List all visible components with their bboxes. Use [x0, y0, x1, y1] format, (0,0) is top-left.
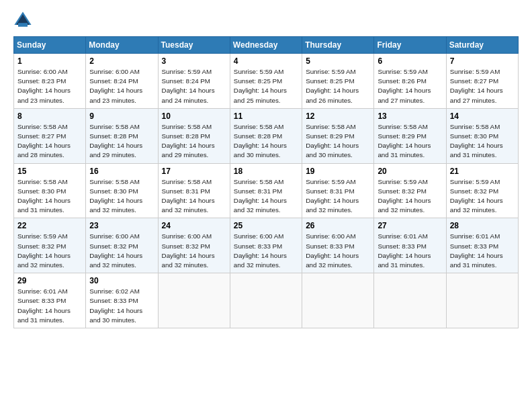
day-info: Sunrise: 6:00 AM Sunset: 8:33 PM Dayligh…	[306, 232, 370, 270]
day-number: 5	[306, 56, 370, 66]
calendar-cell	[302, 273, 374, 328]
day-info: Sunrise: 6:00 AM Sunset: 8:32 PM Dayligh…	[162, 232, 226, 270]
calendar-cell	[374, 273, 446, 328]
day-info: Sunrise: 5:59 AM Sunset: 8:25 PM Dayligh…	[306, 67, 370, 105]
day-info: Sunrise: 5:59 AM Sunset: 8:31 PM Dayligh…	[306, 177, 370, 216]
weekday-header-saturday: Saturday	[446, 37, 518, 54]
day-info: Sunrise: 5:58 AM Sunset: 8:28 PM Dayligh…	[234, 122, 298, 161]
day-number: 16	[89, 167, 154, 176]
day-number: 7	[450, 56, 515, 66]
weekday-row: SundayMondayTuesdayWednesdayThursdayFrid…	[14, 37, 519, 54]
svg-rect-2	[18, 23, 28, 27]
calendar-cell: 11Sunrise: 5:58 AM Sunset: 8:28 PM Dayli…	[230, 108, 302, 163]
weekday-header-wednesday: Wednesday	[230, 37, 302, 54]
day-number: 23	[89, 221, 154, 230]
calendar-cell: 14Sunrise: 5:58 AM Sunset: 8:30 PM Dayli…	[446, 108, 518, 163]
calendar: SundayMondayTuesdayWednesdayThursdayFrid…	[13, 36, 519, 328]
day-number: 18	[234, 167, 298, 176]
day-number: 3	[162, 56, 226, 66]
day-info: Sunrise: 5:58 AM Sunset: 8:30 PM Dayligh…	[450, 122, 515, 161]
day-info: Sunrise: 6:00 AM Sunset: 8:33 PM Dayligh…	[234, 232, 298, 270]
calendar-cell: 2Sunrise: 6:00 AM Sunset: 8:24 PM Daylig…	[86, 54, 158, 109]
calendar-cell: 15Sunrise: 5:58 AM Sunset: 8:30 PM Dayli…	[14, 163, 86, 218]
day-info: Sunrise: 6:02 AM Sunset: 8:33 PM Dayligh…	[89, 287, 154, 325]
calendar-cell: 17Sunrise: 5:58 AM Sunset: 8:31 PM Dayli…	[158, 163, 230, 218]
calendar-cell: 24Sunrise: 6:00 AM Sunset: 8:32 PM Dayli…	[158, 218, 230, 273]
day-number: 20	[378, 167, 442, 176]
weekday-header-tuesday: Tuesday	[158, 37, 230, 54]
calendar-cell: 16Sunrise: 5:58 AM Sunset: 8:30 PM Dayli…	[86, 163, 158, 218]
day-info: Sunrise: 5:58 AM Sunset: 8:30 PM Dayligh…	[17, 177, 82, 216]
day-number: 13	[378, 111, 442, 121]
calendar-cell: 12Sunrise: 5:58 AM Sunset: 8:29 PM Dayli…	[302, 108, 374, 163]
weekday-header-monday: Monday	[86, 37, 158, 54]
day-info: Sunrise: 5:58 AM Sunset: 8:28 PM Dayligh…	[162, 122, 226, 161]
day-number: 6	[378, 56, 442, 66]
calendar-cell	[446, 273, 518, 328]
calendar-cell: 7Sunrise: 5:59 AM Sunset: 8:27 PM Daylig…	[446, 54, 518, 109]
day-info: Sunrise: 6:01 AM Sunset: 8:33 PM Dayligh…	[450, 232, 515, 270]
day-info: Sunrise: 5:59 AM Sunset: 8:26 PM Dayligh…	[378, 67, 442, 105]
calendar-cell	[230, 273, 302, 328]
week-row-3: 15Sunrise: 5:58 AM Sunset: 8:30 PM Dayli…	[14, 163, 519, 218]
day-info: Sunrise: 5:59 AM Sunset: 8:27 PM Dayligh…	[450, 67, 515, 105]
day-info: Sunrise: 5:59 AM Sunset: 8:32 PM Dayligh…	[17, 232, 82, 270]
day-number: 11	[234, 111, 298, 121]
calendar-cell: 13Sunrise: 5:58 AM Sunset: 8:29 PM Dayli…	[374, 108, 446, 163]
calendar-cell: 28Sunrise: 6:01 AM Sunset: 8:33 PM Dayli…	[446, 218, 518, 273]
day-info: Sunrise: 6:00 AM Sunset: 8:24 PM Dayligh…	[89, 67, 154, 105]
weekday-header-thursday: Thursday	[302, 37, 374, 54]
calendar-cell: 29Sunrise: 6:01 AM Sunset: 8:33 PM Dayli…	[14, 273, 86, 328]
calendar-cell: 30Sunrise: 6:02 AM Sunset: 8:33 PM Dayli…	[86, 273, 158, 328]
calendar-cell: 10Sunrise: 5:58 AM Sunset: 8:28 PM Dayli…	[158, 108, 230, 163]
weekday-header-sunday: Sunday	[14, 37, 86, 54]
calendar-cell: 4Sunrise: 5:59 AM Sunset: 8:25 PM Daylig…	[230, 54, 302, 109]
day-number: 22	[17, 221, 82, 230]
week-row-5: 29Sunrise: 6:01 AM Sunset: 8:33 PM Dayli…	[14, 273, 519, 328]
calendar-cell: 21Sunrise: 5:59 AM Sunset: 8:32 PM Dayli…	[446, 163, 518, 218]
calendar-cell: 27Sunrise: 6:01 AM Sunset: 8:33 PM Dayli…	[374, 218, 446, 273]
calendar-cell: 5Sunrise: 5:59 AM Sunset: 8:25 PM Daylig…	[302, 54, 374, 109]
day-info: Sunrise: 5:58 AM Sunset: 8:29 PM Dayligh…	[306, 122, 370, 161]
day-info: Sunrise: 5:58 AM Sunset: 8:30 PM Dayligh…	[89, 177, 154, 216]
day-number: 4	[234, 56, 298, 66]
day-number: 10	[162, 111, 226, 121]
day-number: 15	[17, 167, 82, 176]
day-number: 2	[89, 56, 154, 66]
week-row-2: 8Sunrise: 5:58 AM Sunset: 8:27 PM Daylig…	[14, 108, 519, 163]
day-number: 26	[306, 221, 370, 230]
day-info: Sunrise: 5:59 AM Sunset: 8:24 PM Dayligh…	[162, 67, 226, 105]
day-info: Sunrise: 5:59 AM Sunset: 8:32 PM Dayligh…	[450, 177, 515, 216]
day-number: 27	[378, 221, 442, 230]
day-info: Sunrise: 6:01 AM Sunset: 8:33 PM Dayligh…	[17, 287, 82, 325]
day-info: Sunrise: 5:58 AM Sunset: 8:28 PM Dayligh…	[89, 122, 154, 161]
calendar-cell: 3Sunrise: 5:59 AM Sunset: 8:24 PM Daylig…	[158, 54, 230, 109]
weekday-header-friday: Friday	[374, 37, 446, 54]
calendar-cell: 9Sunrise: 5:58 AM Sunset: 8:28 PM Daylig…	[86, 108, 158, 163]
day-number: 17	[162, 167, 226, 176]
day-number: 19	[306, 167, 370, 176]
calendar-cell: 23Sunrise: 6:00 AM Sunset: 8:32 PM Dayli…	[86, 218, 158, 273]
week-row-1: 1Sunrise: 6:00 AM Sunset: 8:23 PM Daylig…	[14, 54, 519, 109]
day-info: Sunrise: 5:58 AM Sunset: 8:29 PM Dayligh…	[378, 122, 442, 161]
day-info: Sunrise: 6:01 AM Sunset: 8:33 PM Dayligh…	[378, 232, 442, 270]
page: SundayMondayTuesdayWednesdayThursdayFrid…	[0, 0, 532, 411]
day-info: Sunrise: 6:00 AM Sunset: 8:23 PM Dayligh…	[17, 67, 82, 105]
day-number: 25	[234, 221, 298, 230]
calendar-cell: 6Sunrise: 5:59 AM Sunset: 8:26 PM Daylig…	[374, 54, 446, 109]
calendar-cell: 19Sunrise: 5:59 AM Sunset: 8:31 PM Dayli…	[302, 163, 374, 218]
day-number: 12	[306, 111, 370, 121]
calendar-header: SundayMondayTuesdayWednesdayThursdayFrid…	[14, 37, 519, 54]
calendar-cell: 22Sunrise: 5:59 AM Sunset: 8:32 PM Dayli…	[14, 218, 86, 273]
day-info: Sunrise: 5:59 AM Sunset: 8:32 PM Dayligh…	[378, 177, 442, 216]
logo-icon	[13, 11, 32, 30]
logo	[13, 11, 34, 30]
calendar-cell: 8Sunrise: 5:58 AM Sunset: 8:27 PM Daylig…	[14, 108, 86, 163]
calendar-cell	[158, 273, 230, 328]
day-info: Sunrise: 5:58 AM Sunset: 8:31 PM Dayligh…	[162, 177, 226, 216]
day-number: 14	[450, 111, 515, 121]
day-number: 24	[162, 221, 226, 230]
week-row-4: 22Sunrise: 5:59 AM Sunset: 8:32 PM Dayli…	[14, 218, 519, 273]
calendar-cell: 26Sunrise: 6:00 AM Sunset: 8:33 PM Dayli…	[302, 218, 374, 273]
header	[13, 11, 519, 30]
